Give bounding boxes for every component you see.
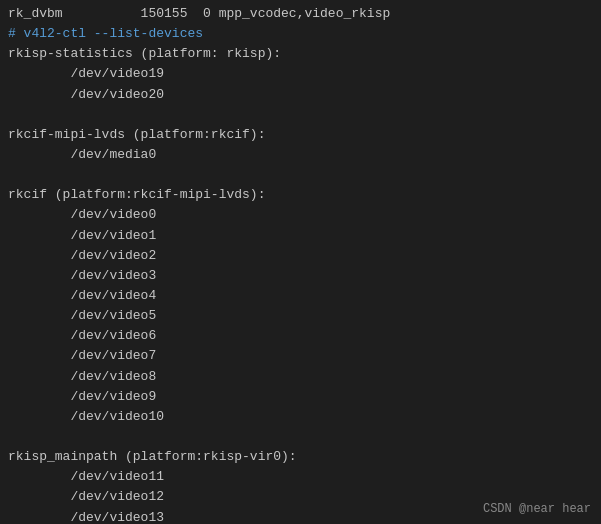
line-21: /dev/video10 xyxy=(8,407,593,427)
line-16: /dev/video5 xyxy=(8,306,593,326)
line-23: rkisp_mainpath (platform:rkisp-vir0): xyxy=(8,447,593,467)
line-15: /dev/video4 xyxy=(8,286,593,306)
line-11: /dev/video0 xyxy=(8,205,593,225)
line-10: rkcif (platform:rkcif-mipi-lvds): xyxy=(8,185,593,205)
line-13: /dev/video2 xyxy=(8,246,593,266)
line-3: rkisp-statistics (platform: rkisp): xyxy=(8,44,593,64)
terminal-window: rk_dvbm 150155 0 mpp_vcodec,video_rkisp … xyxy=(0,0,601,524)
line-8: /dev/media0 xyxy=(8,145,593,165)
line-12: /dev/video1 xyxy=(8,226,593,246)
watermark: CSDN @near hear xyxy=(483,502,591,516)
line-18: /dev/video7 xyxy=(8,346,593,366)
line-9 xyxy=(8,165,593,185)
line-22 xyxy=(8,427,593,447)
line-17: /dev/video6 xyxy=(8,326,593,346)
line-24: /dev/video11 xyxy=(8,467,593,487)
terminal-content: rk_dvbm 150155 0 mpp_vcodec,video_rkisp … xyxy=(8,4,593,524)
line-6 xyxy=(8,105,593,125)
line-20: /dev/video9 xyxy=(8,387,593,407)
line-1: rk_dvbm 150155 0 mpp_vcodec,video_rkisp xyxy=(8,4,593,24)
line-5: /dev/video20 xyxy=(8,85,593,105)
line-19: /dev/video8 xyxy=(8,367,593,387)
line-14: /dev/video3 xyxy=(8,266,593,286)
line-2: # v4l2-ctl --list-devices xyxy=(8,24,593,44)
line-7: rkcif-mipi-lvds (platform:rkcif): xyxy=(8,125,593,145)
line-4: /dev/video19 xyxy=(8,64,593,84)
